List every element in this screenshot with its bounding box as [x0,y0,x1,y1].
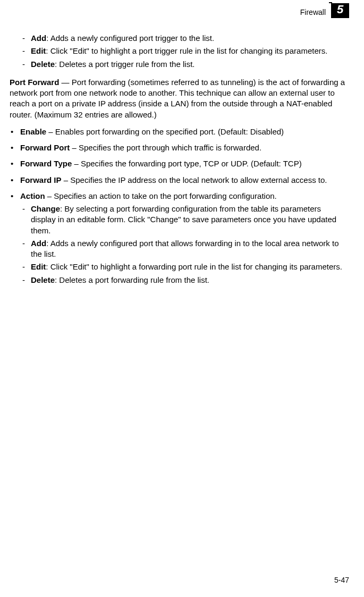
port-forward-intro: — Port forwarding (sometimes referred to… [10,78,345,119]
chapter-badge: 5 [331,3,349,18]
desc: – Specifies the forwarding port type, TC… [72,159,301,168]
list-item: Edit: Click "Edit" to highlight a forwar… [20,262,346,272]
term: Forward IP [20,175,62,184]
desc: : Adds a newly configured port that allo… [31,239,338,258]
desc: : By selecting a port forwarding configu… [31,204,336,235]
port-trigger-action-list: Add: Adds a newly configured port trigge… [10,33,346,70]
desc: : Adds a newly configured port trigger t… [46,33,214,43]
list-item: Forward Port – Specifies the port throug… [10,142,346,153]
list-item: Edit: Click "Edit" to highlight a port t… [10,46,346,56]
desc: : Deletes a port forwarding rule from th… [55,275,209,284]
term: Add [31,33,46,43]
page-number: 5-47 [334,576,349,584]
page-content: Add: Adds a newly configured port trigge… [10,33,349,285]
list-item: Delete: Deletes a port trigger rule from… [10,59,346,70]
page-container: Firewall 5 Add: Adds a newly configured … [0,0,364,597]
desc: – Specifies an action to take on the por… [45,191,277,200]
port-forward-option-list: Enable – Enables port forwarding on the … [10,127,346,285]
list-item: Change: By selecting a port forwarding c… [20,204,346,236]
list-item: Forward IP – Specifies the IP address on… [10,175,346,186]
desc: : Click "Edit" to highlight a forwarding… [46,262,342,271]
list-item: Enable – Enables port forwarding on the … [10,127,346,137]
term: Delete [31,275,55,284]
term: Change [31,204,60,213]
action-sub-list: Change: By selecting a port forwarding c… [20,204,346,285]
desc: : Deletes a port trigger rule from the l… [55,60,194,69]
page-footer: 5-47 [334,575,349,585]
desc: : Click "Edit" to highlight a port trigg… [46,46,327,55]
port-forward-heading: Port Forward [10,78,59,87]
list-item: Delete: Deletes a port forwarding rule f… [20,275,346,285]
list-item: Add: Adds a newly configured port that a… [20,238,346,260]
list-item: Forward Type – Specifies the forwarding … [10,158,346,169]
badge-tick [329,2,332,3]
term: Enable [20,127,46,136]
page-header: Firewall 5 [10,6,349,19]
port-forward-paragraph: Port Forward — Port forwarding (sometime… [10,77,346,120]
term: Delete [31,60,55,69]
chapter-number: 5 [337,3,343,16]
term: Forward Port [20,143,70,152]
term: Action [20,191,45,200]
header-section-label: Firewall [300,7,326,18]
desc: – Specifies the IP address on the local … [62,175,327,184]
list-item: Add: Adds a newly configured port trigge… [10,33,346,44]
desc: – Specifies the port through which traff… [70,143,261,152]
term: Add [31,239,46,248]
desc: – Enables port forwarding on the specifi… [46,127,284,136]
term: Edit [31,46,46,55]
list-item-action: Action – Specifies an action to take on … [10,191,346,285]
term: Forward Type [20,159,72,168]
term: Edit [31,262,46,271]
